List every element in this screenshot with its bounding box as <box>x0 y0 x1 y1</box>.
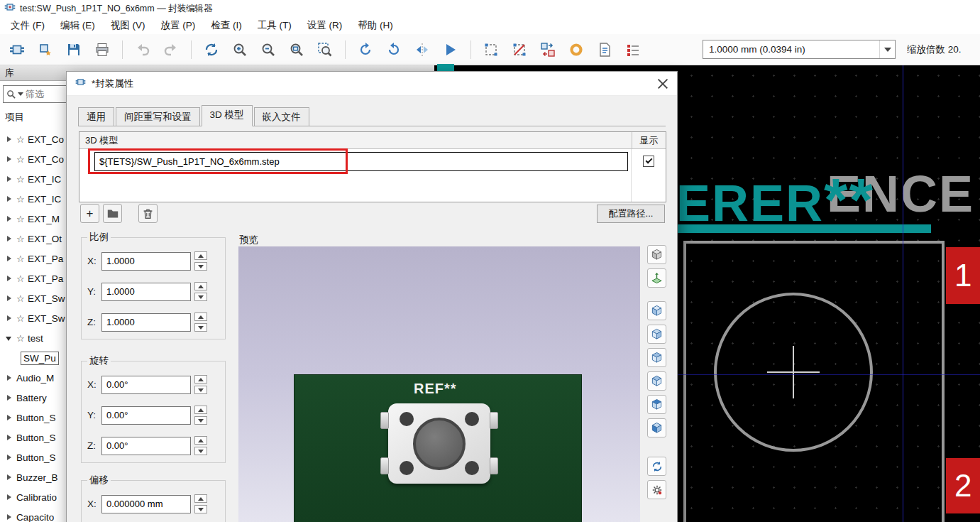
mirror-horizontal-button[interactable] <box>409 37 435 62</box>
expand-chevron-icon[interactable] <box>6 195 13 202</box>
scale-value-input[interactable] <box>101 313 191 332</box>
add-model-button[interactable]: + <box>80 204 99 223</box>
group-button[interactable] <box>478 37 504 62</box>
menu-item[interactable]: 帮助 (H) <box>350 17 401 34</box>
show-axes-button[interactable] <box>647 268 666 288</box>
expand-chevron-icon[interactable] <box>6 235 13 242</box>
text-properties-button[interactable] <box>592 37 617 62</box>
spin-up-button[interactable] <box>194 494 207 503</box>
expand-chevron-icon[interactable] <box>6 414 13 421</box>
browse-model-button[interactable] <box>103 204 122 223</box>
view-left-button[interactable] <box>647 348 666 367</box>
pad-table-button[interactable] <box>620 37 646 62</box>
footprint-wizard-button[interactable] <box>33 37 58 62</box>
3d-preview[interactable]: REF** <box>238 246 640 522</box>
expand-chevron-icon[interactable] <box>6 474 13 481</box>
menu-item[interactable]: 检查 (I) <box>203 17 250 34</box>
pad-properties-button[interactable] <box>563 37 589 62</box>
close-icon[interactable] <box>657 78 668 89</box>
scale-value-input[interactable] <box>101 283 191 301</box>
rotation-value-input[interactable] <box>101 376 191 394</box>
zoom-selection-button[interactable] <box>312 37 338 62</box>
rotate-ccw-button[interactable] <box>353 37 378 62</box>
model-settings-button[interactable] <box>647 480 666 499</box>
spin-up-button[interactable] <box>194 406 207 414</box>
spin-down-button[interactable] <box>194 416 207 425</box>
expand-chevron-icon[interactable] <box>6 513 13 521</box>
expand-chevron-icon[interactable] <box>6 175 13 183</box>
update-footprint-button[interactable] <box>535 37 561 62</box>
rotate-cw-button[interactable] <box>381 37 407 62</box>
spin-down-button[interactable] <box>194 293 207 301</box>
pad-2[interactable]: 2 <box>946 458 980 513</box>
view-top-button[interactable] <box>647 395 666 414</box>
spin-up-button[interactable] <box>194 251 207 260</box>
footprint-properties-dialog: *封装属性 通用 间距重写和设置 3D 模型 嵌入文件 3D 模型 显示 + 配… <box>66 71 678 522</box>
silkscreen-line[interactable] <box>678 224 931 233</box>
expand-chevron-icon[interactable] <box>6 315 13 322</box>
tab-embedded-files[interactable]: 嵌入文件 <box>254 107 309 126</box>
dialog-titlebar[interactable]: *封装属性 <box>67 72 677 96</box>
redo-button[interactable] <box>158 37 184 62</box>
tab-general[interactable]: 通用 <box>78 107 114 126</box>
menu-item[interactable]: 视图 (V) <box>103 17 153 34</box>
dialog-icon <box>75 77 86 90</box>
delete-model-button[interactable] <box>138 204 158 223</box>
menu-item[interactable]: 编辑 (E) <box>53 17 103 34</box>
zoom-out-button[interactable] <box>255 37 281 62</box>
expand-chevron-icon[interactable] <box>6 335 13 342</box>
spin-up-button[interactable] <box>194 312 207 321</box>
expand-chevron-icon[interactable] <box>6 394 13 401</box>
undo-button[interactable] <box>130 37 155 62</box>
scale-value-input[interactable] <box>101 252 191 271</box>
view-back-button[interactable] <box>647 325 666 344</box>
spin-down-button[interactable] <box>194 505 207 513</box>
view-front-button[interactable] <box>647 301 666 320</box>
expand-chevron-icon[interactable] <box>6 255 13 262</box>
ungroup-button[interactable] <box>507 37 532 62</box>
model-show-checkbox[interactable] <box>643 156 654 167</box>
save-button[interactable] <box>61 37 87 62</box>
expand-chevron-icon[interactable] <box>6 275 13 282</box>
zoom-fit-button[interactable] <box>284 37 309 62</box>
view-bottom-button[interactable] <box>647 418 666 437</box>
spin-up-button[interactable] <box>194 436 207 445</box>
expand-chevron-icon[interactable] <box>6 156 13 163</box>
expand-chevron-icon[interactable] <box>6 374 13 381</box>
spin-up-button[interactable] <box>194 282 207 290</box>
refresh-view-button[interactable] <box>199 37 224 62</box>
new-footprint-button[interactable] <box>4 37 30 62</box>
offset-value-input[interactable] <box>101 495 191 513</box>
pad-1[interactable]: 1 <box>946 247 980 304</box>
expand-chevron-icon[interactable] <box>6 136 13 143</box>
menu-item[interactable]: 工具 (T) <box>250 17 299 34</box>
menu-item[interactable]: 文件 (F) <box>3 17 53 34</box>
rotation-value-input[interactable] <box>101 437 191 455</box>
axis-label: Z: <box>87 440 101 451</box>
expand-chevron-icon[interactable] <box>6 215 13 222</box>
spin-down-button[interactable] <box>194 386 207 394</box>
spin-down-button[interactable] <box>194 262 207 271</box>
expand-chevron-icon[interactable] <box>6 454 13 461</box>
view-orthographic-button[interactable] <box>647 245 666 264</box>
tab-3d-models[interactable]: 3D 模型 <box>202 105 253 126</box>
spin-up-button[interactable] <box>194 375 207 384</box>
model-path-input[interactable] <box>94 152 628 171</box>
flip-button[interactable] <box>438 37 463 62</box>
print-button[interactable] <box>89 37 115 62</box>
grid-size-select[interactable]: 1.0000 mm (0.0394 in) <box>703 40 896 59</box>
spin-down-button[interactable] <box>194 447 207 455</box>
zoom-in-button[interactable] <box>227 37 253 62</box>
pad-properties-icon <box>568 42 584 58</box>
spin-down-button[interactable] <box>194 323 207 332</box>
view-right-button[interactable] <box>647 371 666 391</box>
expand-chevron-icon[interactable] <box>6 494 13 501</box>
reload-model-button[interactable] <box>647 457 666 476</box>
expand-chevron-icon[interactable] <box>6 434 13 441</box>
rotation-value-input[interactable] <box>101 406 191 425</box>
menu-item[interactable]: 设置 (R) <box>299 17 351 34</box>
tab-clearance-overrides[interactable]: 间距重写和设置 <box>116 107 200 126</box>
expand-chevron-icon[interactable] <box>6 295 13 302</box>
menu-item[interactable]: 放置 (P) <box>153 17 204 34</box>
configure-paths-button[interactable]: 配置路径... <box>597 205 665 223</box>
